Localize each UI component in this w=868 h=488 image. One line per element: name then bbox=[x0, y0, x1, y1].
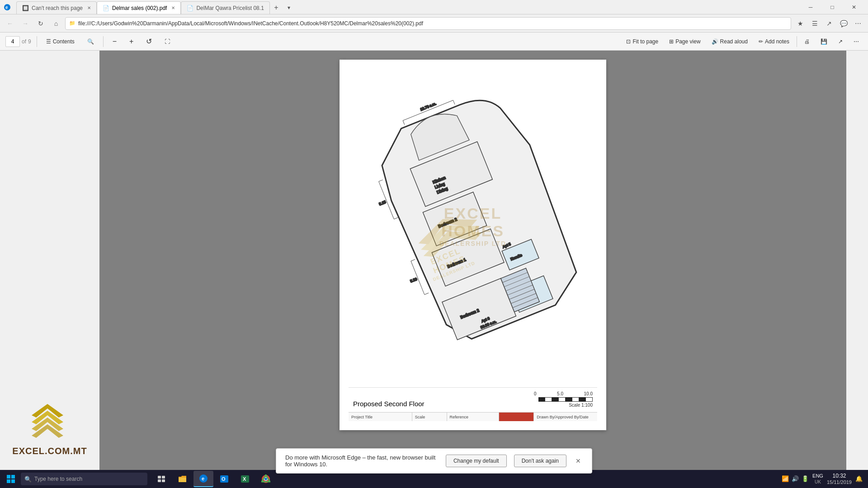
notification-close[interactable]: ✕ bbox=[574, 456, 583, 465]
page-footer: Proposed Second Floor 0 5.0 10.0 bbox=[349, 387, 597, 409]
tab-pdf2[interactable]: 📄 DelMar Qawra Pricelist 08.1 bbox=[181, 1, 269, 14]
contents-label: Contents bbox=[53, 38, 75, 45]
battery-icon[interactable]: 🔋 bbox=[802, 475, 809, 482]
dont-ask-button[interactable]: Don't ask again bbox=[514, 455, 566, 467]
svg-text:X: X bbox=[243, 476, 246, 482]
read-aloud-button[interactable]: 🔊 Read aloud bbox=[708, 37, 751, 46]
contents-button[interactable]: ☰ Contents bbox=[42, 37, 78, 46]
notification-text: Do more with Microsoft Edge – the fast, … bbox=[285, 454, 439, 468]
zoom-in-button[interactable]: + bbox=[126, 36, 137, 47]
volume-icon[interactable]: 🔊 bbox=[792, 475, 799, 482]
main-content: EXCEL.COM.MT EXCEL HOMES DEALERSHIP LTD bbox=[0, 51, 868, 470]
window-controls: ─ □ ✕ bbox=[800, 0, 866, 14]
print-button[interactable]: 🖨 bbox=[801, 37, 813, 46]
divider3 bbox=[797, 36, 797, 47]
svg-text:e: e bbox=[202, 476, 204, 481]
clock-time: 10:32 bbox=[832, 473, 846, 479]
pdf-toolbar: of 9 ☰ Contents 🔍 − + ↺ ⛶ ⊡ Fit to page … bbox=[0, 33, 868, 51]
scale-num-5: 5.0 bbox=[557, 391, 563, 396]
floor-plan-container: EXCEL HOMES DEALERSHIP LTD bbox=[349, 69, 597, 383]
system-icons: 📶 🔊 🔋 bbox=[782, 475, 809, 482]
feedback-button[interactable]: 💬 bbox=[837, 17, 850, 30]
network-icon[interactable]: 📶 bbox=[782, 475, 789, 482]
table-footer-red bbox=[499, 413, 534, 421]
tab-error-label: Can't reach this page bbox=[32, 5, 83, 11]
tab-error[interactable]: 🔲 Can't reach this page ✕ bbox=[16, 1, 97, 14]
clock[interactable]: 10:32 15/11/2019 bbox=[827, 473, 852, 485]
search-button[interactable]: 🔍 bbox=[84, 37, 98, 46]
notification-bar: Do more with Microsoft Edge – the fast, … bbox=[0, 448, 868, 474]
zoom-out-button[interactable]: − bbox=[109, 36, 120, 47]
share-pdf-button[interactable]: ↗ bbox=[835, 37, 846, 46]
add-notes-icon: ✏ bbox=[759, 38, 763, 45]
close-button[interactable]: ✕ bbox=[844, 0, 864, 14]
left-sidebar: EXCEL.COM.MT bbox=[0, 51, 99, 470]
language-indicator[interactable]: ENG UK bbox=[812, 473, 823, 484]
svg-line-41 bbox=[453, 100, 455, 104]
settings-button[interactable]: ⋯ bbox=[852, 17, 864, 30]
scale-num-0: 0 bbox=[534, 391, 537, 396]
share-icon: ↗ bbox=[838, 38, 843, 45]
tab-pdf1-icon: 📄 bbox=[103, 5, 109, 11]
tab-pdf1-label: Delmar sales (002).pdf bbox=[112, 5, 167, 11]
pdf-viewer[interactable]: EXCEL HOMES DEALERSHIP LTD bbox=[99, 51, 846, 470]
svg-rect-54 bbox=[158, 476, 161, 479]
rotate-button[interactable]: ↺ bbox=[142, 36, 156, 47]
lock-icon: 📁 bbox=[69, 20, 75, 26]
taskbar-search-box[interactable]: 🔍 Type here to search bbox=[21, 473, 147, 485]
more-icon: ⋯ bbox=[854, 38, 859, 45]
svg-line-37 bbox=[425, 293, 429, 295]
tab-pdf1-close[interactable]: ✕ bbox=[171, 5, 175, 10]
more-options-button[interactable]: ⋯ bbox=[850, 37, 863, 46]
notifications-icon[interactable]: 🔔 bbox=[855, 475, 863, 482]
minimize-button[interactable]: ─ bbox=[800, 0, 821, 14]
svg-rect-56 bbox=[158, 479, 161, 482]
add-tab-button[interactable]: + bbox=[270, 1, 283, 14]
tab-pdf1[interactable]: 📄 Delmar sales (002).pdf ✕ bbox=[97, 1, 181, 14]
share-button[interactable]: ↗ bbox=[823, 17, 835, 30]
zoom-out-icon: − bbox=[113, 38, 117, 46]
change-default-button[interactable]: Change my default bbox=[446, 455, 507, 467]
svg-text:5.20: 5.20 bbox=[410, 277, 418, 283]
tab-error-close[interactable]: ✕ bbox=[87, 5, 91, 10]
url-bar[interactable]: 📁 file:///C:/Users/Godwin%20Darmanin/App… bbox=[65, 17, 791, 30]
page-view-button[interactable]: ⊞ Page view bbox=[665, 37, 704, 46]
home-button[interactable]: ⌂ bbox=[50, 17, 62, 30]
read-aloud-label: Read aloud bbox=[720, 38, 748, 45]
tab-pdf2-icon: 📄 bbox=[187, 5, 193, 11]
search-placeholder: Type here to search bbox=[34, 476, 82, 482]
fullscreen-button[interactable]: ⛶ bbox=[161, 37, 174, 46]
save-button[interactable]: 💾 bbox=[817, 37, 831, 46]
maximize-button[interactable]: □ bbox=[822, 0, 843, 14]
clock-date: 15/11/2019 bbox=[827, 479, 852, 485]
svg-rect-52 bbox=[7, 479, 10, 483]
scale-bar bbox=[538, 397, 593, 402]
pdf-page: EXCEL HOMES DEALERSHIP LTD bbox=[340, 60, 606, 430]
tab-pdf2-label: DelMar Qawra Pricelist 08.1 bbox=[196, 5, 264, 11]
svg-line-32 bbox=[379, 179, 383, 181]
fit-label: Fit to page bbox=[632, 38, 658, 45]
back-button[interactable]: ← bbox=[4, 17, 16, 30]
refresh-button[interactable]: ↻ bbox=[34, 17, 47, 30]
svg-rect-53 bbox=[11, 479, 15, 483]
page-number-input[interactable] bbox=[5, 36, 20, 47]
tab-list-button[interactable]: ▾ bbox=[283, 1, 295, 14]
svg-rect-57 bbox=[162, 479, 165, 482]
table-footer: Project Title Scale Reference Drawn By/A… bbox=[349, 412, 597, 421]
svg-line-40 bbox=[403, 120, 405, 124]
svg-rect-51 bbox=[11, 475, 15, 479]
region-text: UK bbox=[815, 479, 821, 485]
add-notes-button[interactable]: ✏ Add notes bbox=[755, 37, 793, 46]
forward-button[interactable]: → bbox=[19, 17, 32, 30]
svg-text:5.25: 5.25 bbox=[378, 200, 387, 206]
scale-num-10: 10.0 bbox=[584, 391, 593, 396]
pdf-toolbar-right: ⊡ Fit to page ⊞ Page view 🔊 Read aloud ✏… bbox=[623, 36, 863, 47]
favorites-button[interactable]: ★ bbox=[794, 17, 807, 30]
page-view-icon: ⊞ bbox=[669, 38, 674, 45]
page-view-label: Page view bbox=[675, 38, 700, 45]
page-separator: of bbox=[22, 38, 26, 45]
table-footer-description: Drawn By/Approved By/Date bbox=[534, 413, 597, 421]
print-icon: 🖨 bbox=[804, 38, 810, 45]
fit-to-page-button[interactable]: ⊡ Fit to page bbox=[623, 37, 662, 46]
hub-button[interactable]: ☰ bbox=[808, 17, 821, 30]
